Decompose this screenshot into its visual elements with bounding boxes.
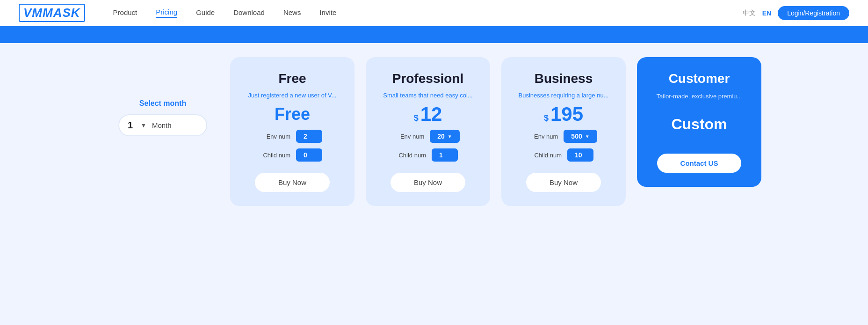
main-content: Select month 1 ▼ Month Free Just registe… — [0, 43, 868, 325]
pro-child-row: Child num 1 — [378, 148, 478, 162]
free-child-label: Child num — [262, 152, 290, 159]
free-child-value[interactable]: 0 — [296, 148, 322, 162]
business-plan-price: $ 195 — [544, 104, 583, 124]
free-plan-desc: Just registered a new user of V... — [248, 92, 337, 99]
pro-price-dollar: $ — [414, 113, 419, 123]
login-button[interactable]: Login/Registration — [778, 6, 849, 20]
lang-zh-button[interactable]: 中文 — [743, 9, 756, 17]
custom-label: Custom — [671, 116, 727, 133]
nav-guide[interactable]: Guide — [196, 8, 215, 17]
nav-product[interactable]: Product — [113, 8, 137, 17]
business-env-label: Env num — [530, 133, 558, 140]
pro-price-amount: 12 — [420, 104, 442, 124]
professional-plan-card: Professionl Small teams that need easy c… — [366, 57, 490, 206]
pro-env-dropdown-arrow[interactable]: ▼ — [448, 134, 452, 139]
business-child-row: Child num 10 — [514, 148, 614, 162]
business-env-value[interactable]: 500 ▼ — [564, 130, 597, 143]
lang-en-button[interactable]: EN — [762, 9, 771, 17]
pro-child-value[interactable]: 1 — [432, 148, 458, 162]
month-selector[interactable]: 1 ▼ Month — [118, 114, 207, 136]
business-price-dollar: $ — [544, 113, 549, 123]
blue-banner — [0, 26, 868, 43]
month-dropdown-arrow[interactable]: ▼ — [141, 122, 146, 129]
pro-env-row: Env num 20 ▼ — [378, 130, 478, 143]
business-child-value[interactable]: 10 — [567, 148, 593, 162]
business-plan-desc: Businesses requiring a large nu... — [519, 92, 609, 99]
business-plan-card: Business Businesses requiring a large nu… — [501, 57, 626, 206]
pro-plan-desc: Small teams that need easy col... — [383, 92, 472, 99]
month-text: Month — [152, 121, 172, 129]
free-plan-card: Free Just registered a new user of V... … — [230, 57, 354, 206]
pro-env-label: Env num — [396, 133, 424, 140]
nav: Product Pricing Guide Download News Invi… — [113, 8, 743, 18]
customer-plan-title: Customer — [669, 71, 730, 86]
nav-invite[interactable]: Invite — [319, 8, 336, 17]
business-price-amount: 195 — [550, 104, 583, 124]
pro-plan-price: $ 12 — [414, 104, 442, 124]
pro-buy-button[interactable]: Buy Now — [391, 173, 465, 192]
free-plan-title: Free — [278, 71, 306, 86]
pro-child-label: Child num — [398, 152, 426, 159]
sidebar: Select month 1 ▼ Month — [107, 57, 219, 136]
month-number: 1 — [128, 120, 137, 131]
business-env-dropdown-arrow[interactable]: ▼ — [585, 134, 590, 139]
header: VMMASK Product Pricing Guide Download Ne… — [0, 0, 868, 26]
select-month-label: Select month — [107, 99, 219, 108]
nav-pricing[interactable]: Pricing — [156, 8, 177, 18]
business-env-row: Env num 500 ▼ — [514, 130, 614, 143]
nav-news[interactable]: News — [283, 8, 301, 17]
free-plan-price: Free — [275, 104, 310, 124]
free-env-label: Env num — [262, 133, 290, 140]
free-buy-button[interactable]: Buy Now — [255, 173, 330, 192]
logo-text: VMMASK — [19, 4, 85, 22]
business-child-label: Child num — [534, 152, 562, 159]
pricing-grid: Select month 1 ▼ Month Free Just registe… — [107, 57, 761, 206]
nav-download[interactable]: Download — [233, 8, 265, 17]
free-env-value[interactable]: 2 — [296, 130, 322, 143]
customer-plan-desc: Tailor-made, exclusive premiu... — [657, 93, 742, 100]
pro-env-value[interactable]: 20 ▼ — [430, 130, 459, 143]
header-right: 中文 EN Login/Registration — [743, 6, 849, 20]
free-env-row: Env num 2 — [242, 130, 342, 143]
logo: VMMASK — [19, 4, 85, 22]
business-buy-button[interactable]: Buy Now — [526, 173, 601, 192]
contact-us-button[interactable]: Contact US — [657, 154, 741, 173]
business-plan-title: Business — [535, 71, 593, 86]
free-child-row: Child num 0 — [242, 148, 342, 162]
pro-plan-title: Professionl — [392, 71, 463, 86]
customer-plan-card: Customer Tailor-made, exclusive premiu..… — [637, 57, 761, 187]
